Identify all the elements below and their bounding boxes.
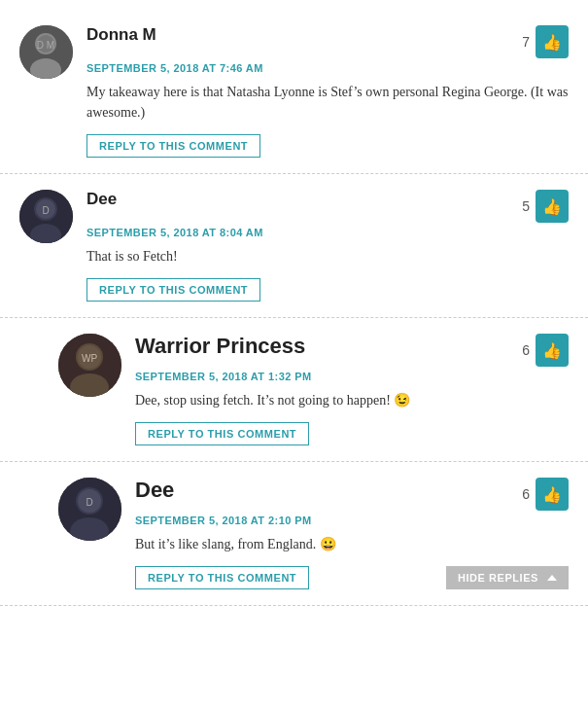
donna-avatar: D M	[19, 25, 73, 79]
comment-3: WP Warrior Princess 6 👍 SEPTEMBER 5, 201…	[0, 318, 588, 462]
comment-4-like-count: 6	[522, 486, 530, 502]
svg-text:D M: D M	[37, 40, 54, 51]
comment-3-main: Warrior Princess 6 👍 SEPTEMBER 5, 2018 A…	[135, 334, 569, 445]
svg-text:WP: WP	[82, 353, 97, 364]
svg-text:D: D	[42, 205, 49, 216]
comment-4-author: Dee	[135, 478, 174, 503]
comment-3-date: SEPTEMBER 5, 2018 AT 1:32 PM	[135, 371, 569, 382]
thumbs-up-icon: 👍	[542, 33, 562, 52]
comment-1-text: My takeaway here is that Natasha Lyonne …	[86, 82, 569, 123]
comment-1-like-btn[interactable]: 👍	[536, 25, 569, 58]
comment-2-like-count: 5	[522, 198, 530, 214]
comment-4-bottom-actions: REPLY TO THIS COMMENT HIDE REPLIES	[135, 566, 569, 589]
comment-1-header: Donna M 7 👍	[86, 25, 569, 58]
comment-3-reply-btn[interactable]: REPLY TO THIS COMMENT	[135, 422, 309, 445]
dee-avatar: D	[19, 190, 73, 243]
thumbs-up-icon: 👍	[542, 485, 562, 504]
comment-2: D Dee 5 👍 SEPTEMBER 5, 2018 AT 8:04 AM T…	[0, 174, 588, 318]
comment-4: D Dee 6 👍 SEPTEMBER 5, 2018 AT 2:10 PM B…	[0, 462, 588, 606]
comment-4-text: But it’s like slang, from England. 😀	[135, 534, 569, 554]
comment-2-author: Dee	[86, 190, 117, 209]
comment-2-main: Dee 5 👍 SEPTEMBER 5, 2018 AT 8:04 AM Tha…	[86, 190, 569, 302]
comment-4-reply-btn[interactable]: REPLY TO THIS COMMENT	[135, 566, 309, 589]
comment-1-like-group: 7 👍	[522, 25, 569, 58]
comment-3-like-btn[interactable]: 👍	[536, 334, 569, 367]
warrior-avatar: WP	[58, 334, 121, 397]
hide-replies-btn[interactable]: HIDE REPLIES	[446, 566, 569, 589]
comment-3-like-group: 6 👍	[522, 334, 569, 367]
comment-1-date: SEPTEMBER 5, 2018 AT 7:46 AM	[86, 62, 569, 74]
comment-3-like-count: 6	[522, 342, 530, 358]
comment-2-text: That is so Fetch!	[86, 246, 569, 267]
comment-2-like-btn[interactable]: 👍	[536, 190, 569, 223]
hide-replies-label: HIDE REPLIES	[458, 572, 538, 584]
comment-3-text: Dee, stop using fetch. It’s not going to…	[135, 390, 569, 410]
svg-text:D: D	[86, 497, 92, 508]
dee2-avatar: D	[58, 478, 121, 541]
comment-1: D M Donna M 7 👍 SEPTEMBER 5, 2018 AT 7:4…	[0, 10, 588, 174]
comment-4-header: Dee 6 👍	[135, 478, 569, 511]
comment-4-like-group: 6 👍	[522, 478, 569, 511]
comment-1-like-count: 7	[522, 34, 530, 50]
comment-2-header: Dee 5 👍	[86, 190, 569, 223]
comment-3-author: Warrior Princess	[135, 334, 305, 359]
comment-2-date: SEPTEMBER 5, 2018 AT 8:04 AM	[86, 227, 569, 238]
comment-4-date: SEPTEMBER 5, 2018 AT 2:10 PM	[135, 515, 569, 526]
thumbs-up-icon: 👍	[542, 197, 562, 216]
comment-4-like-btn[interactable]: 👍	[536, 478, 569, 511]
comment-1-author: Donna M	[86, 25, 156, 45]
comment-1-main: Donna M 7 👍 SEPTEMBER 5, 2018 AT 7:46 AM…	[86, 25, 569, 158]
comment-1-reply-btn[interactable]: REPLY TO THIS COMMENT	[86, 134, 260, 158]
comment-3-header: Warrior Princess 6 👍	[135, 334, 569, 367]
comment-2-reply-btn[interactable]: REPLY TO THIS COMMENT	[86, 278, 260, 302]
thumbs-up-icon: 👍	[542, 341, 562, 360]
arrow-up-icon	[547, 575, 557, 581]
comment-2-like-group: 5 👍	[522, 190, 569, 223]
comment-4-main: Dee 6 👍 SEPTEMBER 5, 2018 AT 2:10 PM But…	[135, 478, 569, 589]
